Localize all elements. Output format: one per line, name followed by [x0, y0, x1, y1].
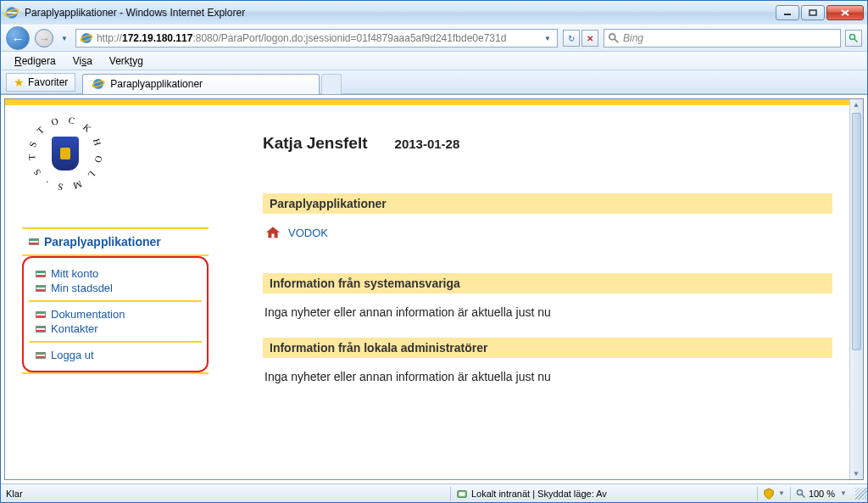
flag-icon — [36, 285, 46, 292]
titlebar: Paraplyapplikationer - Windows Internet … — [1, 1, 867, 25]
sidebar-item-mitt-konto[interactable]: Mitt konto — [36, 266, 195, 281]
navbar: ← → ▼ http://172.19.180.117:8080/ParaPor… — [1, 25, 867, 52]
svg-line-11 — [854, 39, 858, 42]
info-system-text: Inga nyheter eller annan information är … — [263, 305, 832, 319]
scroll-thumb[interactable] — [852, 113, 861, 350]
forward-button[interactable]: → — [35, 29, 53, 48]
sidebar-item-dokumentation[interactable]: Dokumentation — [36, 307, 195, 321]
zone-icon — [456, 488, 468, 500]
resize-grip[interactable] — [855, 488, 867, 500]
house-icon — [264, 226, 281, 239]
browser-window: Paraplyapplikationer - Windows Internet … — [0, 0, 868, 503]
nav-history-dropdown[interactable]: ▼ — [58, 35, 70, 42]
user-name: Katja Jensfelt — [263, 134, 368, 153]
flag-icon — [36, 271, 46, 277]
address-bar[interactable]: http://172.19.180.117:8080/ParaPort/logo… — [75, 29, 558, 48]
sidebar-highlighted-group: Mitt konto Min stadsdel Dokumentation Ko… — [22, 256, 209, 372]
user-header: Katja Jensfelt 2013-01-28 — [263, 134, 832, 153]
left-column: S T O C K H O L M S · S T A D · Paraplya… — [22, 115, 209, 402]
star-icon: ★ — [14, 75, 25, 89]
svg-marker-15 — [266, 227, 280, 232]
sidebar-item-kontakter[interactable]: Kontakter — [36, 321, 195, 336]
app-link-vodok[interactable]: VODOK — [264, 226, 832, 239]
sidebar-item-min-stadsdel[interactable]: Min stadsdel — [36, 281, 195, 295]
command-bar: ★ Favoriter Paraplyapplikationer — [1, 70, 867, 94]
flag-icon — [29, 238, 39, 245]
svg-rect-19 — [459, 492, 465, 495]
menu-view[interactable]: Visa — [66, 53, 99, 69]
svg-rect-3 — [810, 10, 816, 15]
tab-title: Paraplyapplikationer — [110, 78, 203, 90]
statusbar: Klar Lokalt intranät | Skyddat läge: Av … — [1, 483, 867, 502]
main-column: Katja Jensfelt 2013-01-28 Paraplyapplika… — [263, 115, 832, 402]
viewport: S T O C K H O L M S · S T A D · Paraplya… — [4, 98, 864, 480]
viewport-wrapper: S T O C K H O L M S · S T A D · Paraplya… — [1, 94, 867, 483]
search-icon — [608, 32, 620, 44]
favorites-button[interactable]: ★ Favoriter — [6, 73, 75, 92]
url-text: http://172.19.180.117:8080/ParaPort/logo… — [97, 32, 542, 44]
flag-icon — [36, 352, 46, 359]
info-local-text: Inga nyheter eller annan information är … — [263, 370, 832, 383]
zoom-control[interactable]: 100 % ▼ — [791, 489, 852, 499]
svg-line-9 — [615, 39, 618, 42]
stop-button[interactable]: ✕ — [581, 30, 598, 47]
svg-line-21 — [802, 494, 805, 497]
page-content: S T O C K H O L M S · S T A D · Paraplya… — [5, 99, 849, 479]
svg-rect-17 — [271, 234, 274, 238]
svg-point-10 — [850, 35, 855, 40]
sidebar-item-logga-ut[interactable]: Logga ut — [36, 348, 195, 362]
back-button[interactable]: ← — [6, 26, 30, 50]
tab-favicon — [92, 77, 105, 91]
sidebar-nav: Paraplyapplikationer Mitt konto Min stad… — [22, 227, 209, 374]
tab-active[interactable]: Paraplyapplikationer — [82, 74, 320, 94]
shield-warn-icon — [763, 488, 775, 500]
window-title: Paraplyapplikationer - Windows Internet … — [25, 7, 776, 19]
close-button[interactable] — [826, 5, 864, 20]
tab-strip: Paraplyapplikationer — [82, 70, 342, 93]
search-go-button[interactable] — [845, 30, 862, 47]
status-zone: Lokalt intranät | Skyddat läge: Av — [451, 488, 612, 500]
zoom-icon — [796, 489, 806, 499]
refresh-button[interactable]: ↻ — [563, 30, 580, 47]
search-go-icon — [849, 33, 859, 43]
svg-point-8 — [609, 34, 615, 40]
maximize-button[interactable] — [801, 5, 825, 20]
section-info-local: Information från lokala administratörer — [263, 338, 832, 358]
new-tab-button[interactable] — [321, 74, 342, 94]
menubar: Redigera Visa Verktyg — [1, 52, 867, 70]
section-paraplyapplikationer: Paraplyapplikationer — [263, 193, 832, 214]
page-icon — [80, 31, 93, 45]
menu-edit[interactable]: Redigera — [8, 53, 63, 69]
minimize-button[interactable] — [776, 5, 799, 20]
sidebar-root[interactable]: Paraplyapplikationer — [29, 234, 202, 249]
top-accent-bar — [5, 99, 849, 105]
page-date: 2013-01-28 — [395, 137, 460, 151]
status-protected-mode-icon[interactable]: ▼ — [758, 488, 790, 500]
flag-icon — [36, 326, 46, 333]
section-info-system: Information från systemansvariga — [263, 273, 832, 293]
vertical-scrollbar[interactable] — [849, 99, 863, 479]
url-dropdown[interactable]: ▼ — [542, 35, 554, 42]
svg-point-20 — [797, 489, 802, 495]
menu-tools[interactable]: Verktyg — [103, 53, 150, 69]
window-controls — [776, 5, 864, 20]
flag-icon — [36, 311, 46, 318]
stockholm-logo: S T O C K H O L M S · S T A D · — [27, 115, 103, 192]
search-input[interactable]: Bing — [604, 29, 841, 48]
status-ready: Klar — [1, 489, 450, 499]
ie-icon — [4, 5, 19, 20]
